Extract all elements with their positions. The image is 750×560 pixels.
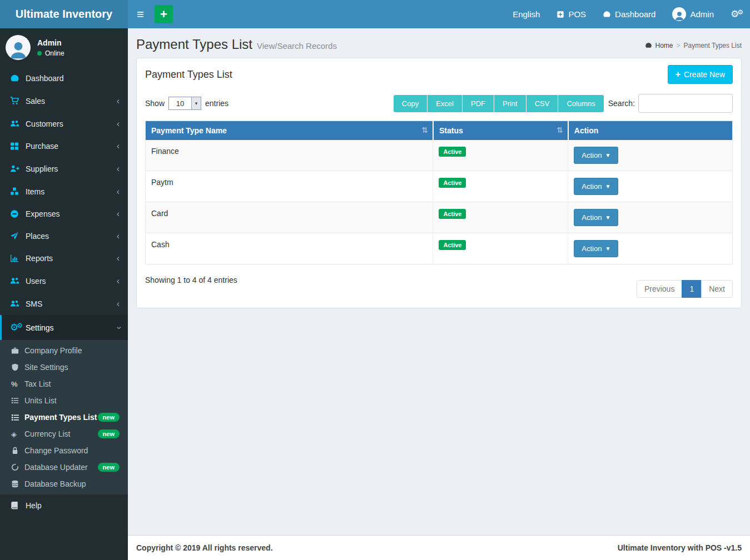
submenu-item-site-settings[interactable]: Site Settings: [0, 359, 128, 376]
quick-add-button[interactable]: +: [155, 5, 173, 23]
submenu-item-payment-types-list[interactable]: Payment Types Listnew: [0, 409, 128, 426]
sidebar-item-places[interactable]: Places‹: [0, 225, 128, 247]
gears-icon: ⚙⚙: [731, 8, 742, 20]
user-name: Admin: [37, 38, 64, 47]
users-icon: [10, 299, 26, 308]
page-1-button[interactable]: 1: [682, 280, 702, 298]
status-badge: Active: [439, 147, 466, 157]
user-menu[interactable]: Admin: [664, 0, 722, 28]
action-dropdown-button[interactable]: Action▼: [574, 240, 618, 257]
status-badge: Active: [439, 209, 466, 219]
shield-icon: [11, 363, 24, 371]
pagination: Previous 1 Next: [637, 280, 733, 298]
sidebar-item-sms[interactable]: SMS‹: [0, 292, 128, 315]
sidebar-item-users[interactable]: Users‹: [0, 269, 128, 292]
sidebar-item-items[interactable]: Items‹: [0, 180, 128, 203]
csv-button[interactable]: CSV: [527, 95, 559, 112]
database-icon: [11, 480, 24, 488]
grid-icon: [10, 142, 26, 151]
submenu-item-change-password[interactable]: Change Password: [0, 442, 128, 459]
columns-button[interactable]: Columns: [558, 95, 603, 112]
sidebar-item-reports[interactable]: Reports‹: [0, 247, 128, 269]
payment-type-name: Cash: [146, 233, 433, 264]
sidebar-item-customers[interactable]: Customers‹: [0, 112, 128, 135]
sidebar-toggle-icon[interactable]: ≡: [128, 0, 153, 28]
pdf-button[interactable]: PDF: [463, 95, 494, 112]
copy-button[interactable]: Copy: [394, 95, 428, 112]
card-header: Payment Types List +Create New: [137, 58, 741, 88]
main-header: Ultimate Inventory ≡ + English POS Dashb…: [0, 0, 750, 28]
submenu-item-tax-list[interactable]: %Tax List: [0, 376, 128, 392]
avatar: [672, 7, 686, 21]
plus-icon: +: [676, 69, 681, 79]
dashboard-link[interactable]: Dashboard: [594, 0, 664, 28]
sidebar-item-expenses[interactable]: Expenses‹: [0, 203, 128, 225]
app-logo[interactable]: Ultimate Inventory: [0, 0, 128, 28]
status-badge: Active: [439, 240, 466, 250]
caret-down-icon: ▼: [605, 214, 610, 221]
settings-menu[interactable]: ⚙⚙: [722, 0, 750, 28]
action-dropdown-button[interactable]: Action▼: [574, 178, 618, 195]
submenu-item-database-updater[interactable]: Database Updaternew: [0, 459, 128, 476]
chevron-left-icon: ‹: [117, 121, 120, 127]
main-footer: Copyright © 2019 All rights reserved. Ul…: [128, 535, 750, 560]
page-length-control: Show 10 ▾ entries: [145, 97, 229, 110]
search-control: Search:: [608, 94, 733, 113]
action-dropdown-button[interactable]: Action▼: [574, 209, 618, 226]
column-header-status[interactable]: Status⇅: [433, 121, 568, 140]
sidebar-item-suppliers[interactable]: Suppliers‹: [0, 157, 128, 180]
percent-icon: %: [11, 380, 24, 388]
status-badge: Active: [439, 178, 466, 188]
column-header-action: Action: [568, 121, 733, 140]
currency-icon: ◈: [11, 430, 24, 438]
sidebar-menu: Dashboard Sales‹ Customers‹ Purchase‹ Su…: [0, 67, 128, 340]
column-header-name[interactable]: Payment Type Name⇅: [146, 121, 433, 140]
sidebar-item-purchase[interactable]: Purchase‹: [0, 135, 128, 157]
avatar: [6, 35, 31, 60]
breadcrumb-current: Payment Types List: [684, 42, 742, 49]
sidebar-item-help[interactable]: Help: [0, 494, 128, 517]
table-row: Finance Active Action▼: [146, 140, 733, 171]
excel-button[interactable]: Excel: [428, 95, 463, 112]
top-navbar: ≡ + English POS Dashboard Admin ⚙⚙: [128, 0, 750, 28]
online-dot-icon: [37, 51, 42, 56]
bar-chart-icon: [10, 254, 26, 263]
caret-down-icon: ▼: [605, 152, 610, 158]
sort-icon: ⇅: [421, 126, 428, 134]
page-length-select[interactable]: 10 ▾: [168, 97, 201, 110]
submenu-item-currency-list[interactable]: ◈Currency Listnew: [0, 426, 128, 442]
table-info: Showing 1 to 4 of 4 entries: [145, 272, 237, 284]
list-icon: [11, 397, 24, 404]
chevron-left-icon: ‹: [117, 278, 120, 284]
briefcase-icon: [11, 347, 24, 354]
paper-plane-icon: [10, 232, 26, 241]
chevron-left-icon: ‹: [117, 98, 120, 104]
breadcrumb-home[interactable]: Home: [645, 42, 673, 49]
minus-circle-icon: [10, 209, 26, 218]
pos-link[interactable]: POS: [548, 0, 594, 28]
language-menu[interactable]: English: [504, 0, 548, 28]
sidebar-item-dashboard[interactable]: Dashboard: [0, 67, 128, 89]
sidebar-item-settings[interactable]: ⚙⚙Settings‹: [0, 315, 128, 340]
next-page-button[interactable]: Next: [701, 280, 733, 298]
submenu-item-units-list[interactable]: Units List: [0, 392, 128, 409]
sidebar-item-sales[interactable]: Sales‹: [0, 89, 128, 112]
table-controls: Show 10 ▾ entries Copy Excel PDF Print C…: [137, 88, 741, 119]
user-status: Online: [37, 49, 64, 57]
page-subtitle: View/Search Records: [257, 41, 337, 51]
payment-type-name: Card: [146, 202, 433, 233]
print-button[interactable]: Print: [494, 95, 527, 112]
plus-square-icon: [557, 11, 564, 18]
action-dropdown-button[interactable]: Action▼: [574, 147, 618, 164]
breadcrumb: Home > Payment Types List: [645, 42, 742, 49]
book-icon: [10, 501, 26, 510]
search-input[interactable]: [638, 94, 733, 113]
chevron-left-icon: ‹: [117, 143, 120, 149]
submenu-item-company-profile[interactable]: Company Profile: [0, 342, 128, 359]
create-new-button[interactable]: +Create New: [668, 65, 733, 84]
caret-down-icon: ▼: [605, 246, 610, 252]
submenu-item-database-backup[interactable]: Database Backup: [0, 476, 128, 492]
plus-icon: +: [160, 7, 167, 22]
previous-page-button[interactable]: Previous: [637, 280, 682, 298]
chevron-left-icon: ‹: [117, 233, 120, 239]
